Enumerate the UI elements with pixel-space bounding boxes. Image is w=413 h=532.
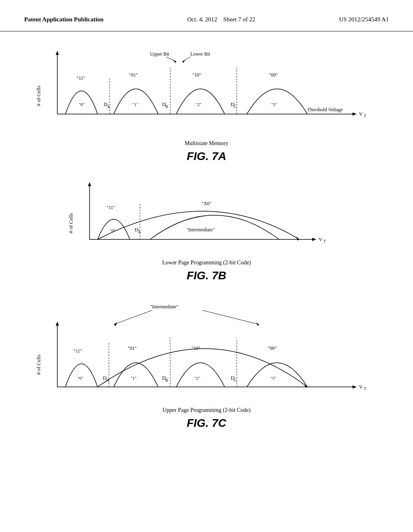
svg-text:"3": "3" xyxy=(271,102,277,107)
svg-text:Threshold Voltage: Threshold Voltage xyxy=(307,107,343,112)
svg-text:"3": "3" xyxy=(270,376,276,380)
fig-7a-label: FIG. 7A xyxy=(24,150,389,163)
svg-text:Upper Bit: Upper Bit xyxy=(150,51,169,57)
svg-text:"11": "11" xyxy=(77,75,85,81)
fig-7c-container: "Intermediate" # of Cells V T xyxy=(24,294,389,430)
fig-7c-sublabel: Upper Page Programming (2-bit Code) xyxy=(24,407,389,414)
svg-text:"10": "10" xyxy=(192,345,200,351)
fig-7b-label: FIG. 7B xyxy=(24,269,389,282)
svg-text:"Intermediate": "Intermediate" xyxy=(150,304,179,310)
svg-text:"11": "11" xyxy=(106,205,115,210)
svg-text:V: V xyxy=(359,384,363,390)
svg-text:"10": "10" xyxy=(192,72,201,78)
svg-text:V: V xyxy=(319,236,323,242)
svg-marker-56 xyxy=(353,385,357,389)
fig-7a-container: # of Cells V T Threshold Voltage Upper B… xyxy=(24,44,389,163)
svg-text:"11": "11" xyxy=(73,348,82,354)
svg-text:# of Cells: # of Cells xyxy=(68,213,74,234)
fig-7c-label: FIG. 7C xyxy=(24,417,389,430)
svg-text:"2": "2" xyxy=(196,102,201,107)
svg-marker-33 xyxy=(88,182,91,186)
svg-marker-4 xyxy=(353,112,357,116)
svg-text:"01": "01" xyxy=(128,345,137,351)
svg-line-49 xyxy=(202,310,259,324)
svg-text:"00": "00" xyxy=(269,72,278,78)
publication-title: Patent Application Publication xyxy=(24,16,104,23)
fig-7b-svg: # of Cells V T "11" "0" D A xyxy=(65,175,348,260)
svg-text:# of Cells: # of Cells xyxy=(35,355,42,375)
fig-7a-svg: # of Cells V T Threshold Voltage Upper B… xyxy=(33,44,380,140)
svg-text:"1": "1" xyxy=(132,102,138,107)
svg-text:T: T xyxy=(364,387,366,391)
svg-text:"0": "0" xyxy=(77,376,83,380)
svg-text:"0": "0" xyxy=(110,228,115,233)
svg-text:# of Cells: # of Cells xyxy=(35,86,42,106)
svg-text:B: B xyxy=(165,104,168,109)
svg-text:C: C xyxy=(234,378,237,382)
svg-text:A: A xyxy=(138,230,141,234)
fig-7a-sublabel: Multistate Memory xyxy=(24,140,389,147)
svg-text:"00": "00" xyxy=(268,345,277,351)
svg-marker-50 xyxy=(256,322,259,326)
svg-marker-35 xyxy=(312,238,316,241)
page-header: Patent Application Publication Oct. 4, 2… xyxy=(0,0,413,31)
svg-marker-48 xyxy=(114,322,117,326)
page-content: # of Cells V T Threshold Voltage Upper B… xyxy=(0,31,413,454)
svg-text:"X0": "X0" xyxy=(202,201,212,206)
fig-7c-svg: "Intermediate" # of Cells V T xyxy=(33,294,380,407)
fig-7b-sublabel: Lower Page Programming (2-bit Code) xyxy=(24,260,389,266)
svg-text:"01": "01" xyxy=(129,72,138,78)
svg-text:B: B xyxy=(165,378,168,382)
fig-7b-container: # of Cells V T "11" "0" D A xyxy=(24,175,389,282)
svg-marker-54 xyxy=(56,322,59,326)
svg-text:Lower Bit: Lower Bit xyxy=(190,51,211,57)
svg-text:"2": "2" xyxy=(194,376,200,380)
publication-date: Oct. 4, 2012 Sheet 7 of 22 xyxy=(187,16,255,23)
svg-line-47 xyxy=(114,310,152,324)
svg-text:T: T xyxy=(364,114,366,118)
svg-text:C: C xyxy=(234,104,237,109)
svg-marker-2 xyxy=(56,51,59,55)
publication-number: US 2012/254549 A1 xyxy=(339,16,389,23)
svg-text:"0": "0" xyxy=(79,102,84,107)
svg-text:T: T xyxy=(323,239,326,243)
svg-text:"1": "1" xyxy=(131,376,136,380)
svg-text:V: V xyxy=(359,111,363,117)
svg-text:"Intermediate": "Intermediate" xyxy=(186,227,215,233)
svg-marker-38 xyxy=(296,237,299,241)
